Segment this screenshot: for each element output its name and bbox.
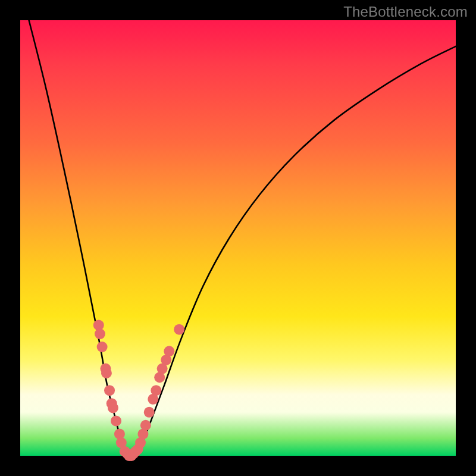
plot-area — [20, 20, 456, 456]
data-point — [108, 402, 118, 413]
data-point — [144, 407, 155, 418]
data-point — [97, 342, 108, 352]
data-points — [93, 320, 184, 461]
data-point — [95, 328, 105, 339]
data-point — [174, 324, 184, 335]
data-point — [151, 385, 161, 396]
data-point — [140, 420, 151, 431]
data-point — [101, 368, 112, 378]
data-point — [164, 346, 174, 356]
data-point — [111, 415, 121, 426]
data-point — [104, 385, 115, 396]
chart-frame: TheBottleneck.com — [0, 0, 476, 476]
bottleneck-curve — [29, 20, 456, 456]
watermark-text: TheBottleneck.com — [343, 4, 468, 20]
chart-svg — [20, 20, 456, 456]
